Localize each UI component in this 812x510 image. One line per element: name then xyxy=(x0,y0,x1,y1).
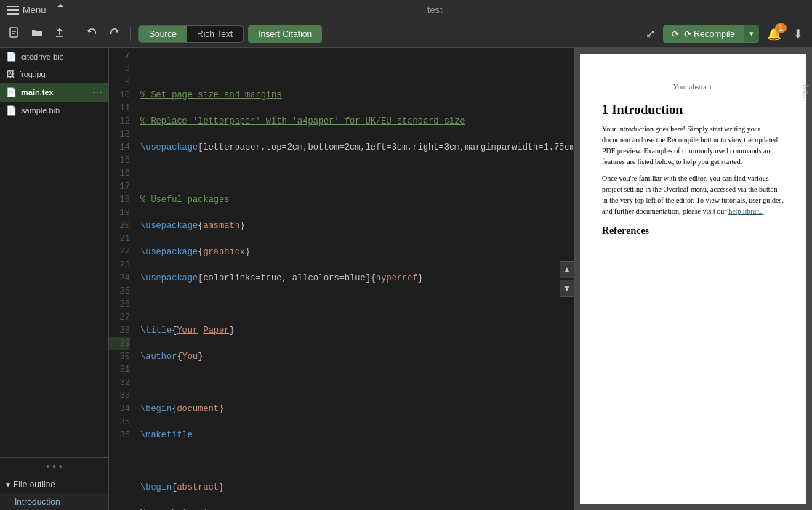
file-name-sample: sample.bib xyxy=(21,106,60,115)
recompile-group: ⟳ ⟳ Recompile ▾ xyxy=(663,25,759,43)
pdf-abstract-text: Your abstract. xyxy=(673,83,714,91)
notification-badge: 1 xyxy=(775,23,787,33)
svg-rect-1 xyxy=(7,9,19,11)
pdf-help-link: help librar... xyxy=(728,207,763,215)
file-item-frog[interactable]: 🖼 frog.jpg xyxy=(0,65,108,83)
code-editor[interactable]: % Set page size and margins % Replace 'l… xyxy=(134,48,574,510)
separator-2 xyxy=(130,27,131,41)
toolbar: Source Rich Text Insert Citation ⤢ ⟳ ⟳ R… xyxy=(0,20,812,48)
sidebar: 📄 citedrive.bib 🖼 frog.jpg 📄 main.tex ⋯ … xyxy=(0,48,109,510)
editor-mode-tabs: Source Rich Text xyxy=(138,25,244,43)
editor-scroll[interactable]: 7 8 9 10 11 12 13 14 15 16 17 18 19 20 2… xyxy=(109,48,574,510)
page-title: test xyxy=(65,4,805,15)
file-name-main: main.tex xyxy=(21,88,54,97)
notification-button[interactable]: 🔔 1 xyxy=(763,25,785,43)
pdf-content: Your abstract. 1 Introduction Your intro… xyxy=(580,54,806,504)
pdf-section-title-1: 1 Introduction xyxy=(602,102,784,118)
jpg-file-icon: 🖼 xyxy=(6,69,15,79)
pdf-refs-title: References xyxy=(602,225,784,237)
menu-button[interactable]: Menu xyxy=(7,4,47,16)
topbar: Menu test xyxy=(0,0,812,20)
svg-rect-0 xyxy=(7,6,19,7)
pdf-section-1: 1 Introduction Your introduction goes he… xyxy=(602,102,784,216)
pdf-references: References xyxy=(602,225,784,237)
bib-file-icon: 📄 xyxy=(6,52,17,62)
file-more-icon[interactable]: ⋯ xyxy=(92,86,102,98)
recompile-button[interactable]: ⟳ ⟳ Recompile xyxy=(663,25,744,43)
file-name-frog: frog.jpg xyxy=(19,70,46,78)
pdf-clip-text: No... xyxy=(802,84,811,101)
download-button[interactable]: ⬇ xyxy=(789,25,806,43)
source-tab[interactable]: Source xyxy=(139,26,187,42)
hamburger-icon xyxy=(7,4,19,16)
pdf-intro-body: Your introduction goes here! Simply star… xyxy=(602,124,784,167)
tex-file-icon: 📄 xyxy=(6,87,17,97)
pdf-abstract: Your abstract. xyxy=(602,83,784,91)
editor-container: 7 8 9 10 11 12 13 14 15 16 17 18 19 20 2… xyxy=(109,48,574,510)
file-item-main[interactable]: 📄 main.tex ⋯ xyxy=(0,83,108,102)
undo-button[interactable] xyxy=(84,25,101,42)
new-file-icon xyxy=(9,27,20,39)
insert-citation-button[interactable]: Insert Citation xyxy=(248,25,322,43)
menu-label: Menu xyxy=(23,4,47,15)
redo-button[interactable] xyxy=(105,25,123,42)
upload-file-icon xyxy=(55,28,65,38)
outline-item-introduction[interactable]: Introduction xyxy=(0,494,108,510)
folder-icon xyxy=(31,28,43,38)
outline-item-label: Introduction xyxy=(15,497,60,507)
svg-rect-2 xyxy=(7,13,19,15)
recompile-dropdown-button[interactable]: ▾ xyxy=(744,25,759,42)
separator-1 xyxy=(76,27,76,41)
sidebar-dots: • • • xyxy=(0,458,108,475)
file-item-sample[interactable]: 📄 sample.bib xyxy=(0,102,108,119)
recompile-icon: ⟳ xyxy=(672,29,679,39)
file-item-citedrive[interactable]: 📄 citedrive.bib xyxy=(0,48,108,65)
pdf-section-label: Introduction xyxy=(612,102,683,117)
sample-bib-icon: 📄 xyxy=(6,105,17,116)
file-outline-toggle[interactable]: ▾ File outline xyxy=(0,475,108,494)
redo-icon xyxy=(109,28,119,38)
sidebar-bottom: • • • ▾ File outline Introduction xyxy=(0,457,108,510)
file-outline-label: File outline xyxy=(13,479,55,490)
new-file-button[interactable] xyxy=(6,25,23,43)
pdf-section-num: 1 xyxy=(602,102,608,117)
upload-icon[interactable] xyxy=(55,4,65,14)
pdf-intro-text: Your introduction goes here! Simply star… xyxy=(602,125,778,166)
pdf-intro-body2: Once you're familiar with the editor, yo… xyxy=(602,173,784,216)
nav-up-arrow[interactable]: ▲ xyxy=(560,261,574,278)
editor-nav: ▲ ▼ xyxy=(560,261,574,297)
upload-button[interactable] xyxy=(51,25,68,42)
chevron-down-icon: ▾ xyxy=(6,479,10,490)
undo-icon xyxy=(87,28,97,38)
file-name-citedrive: citedrive.bib xyxy=(21,52,64,61)
main-area: 📄 citedrive.bib 🖼 frog.jpg 📄 main.tex ⋯ … xyxy=(0,48,812,510)
recompile-label: ⟳ Recompile xyxy=(684,29,735,39)
rich-text-tab[interactable]: Rich Text xyxy=(187,26,243,42)
nav-down-arrow[interactable]: ▼ xyxy=(560,280,574,297)
folder-button[interactable] xyxy=(28,25,47,42)
expand-button[interactable]: ⤢ xyxy=(642,25,659,43)
svg-rect-3 xyxy=(10,28,17,37)
line-numbers: 7 8 9 10 11 12 13 14 15 16 17 18 19 20 2… xyxy=(109,48,134,510)
pdf-pane: Your abstract. 1 Introduction Your intro… xyxy=(574,48,812,510)
